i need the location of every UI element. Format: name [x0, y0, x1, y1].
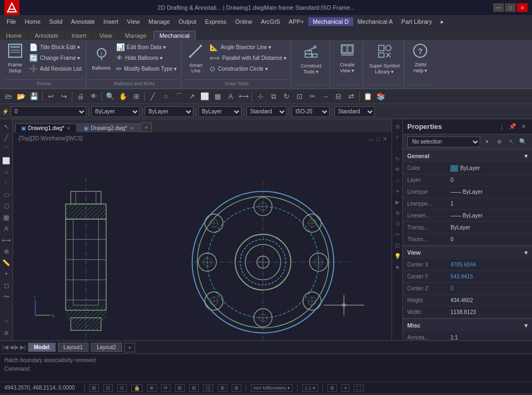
workspace-button[interactable]: ≡	[341, 384, 349, 392]
text-button[interactable]: A	[225, 91, 237, 103]
ribbon-tab-annotate[interactable]: Annotate	[29, 31, 64, 40]
linetype-value[interactable]: —— ByLayer	[450, 189, 528, 195]
ribbon-tab-view[interactable]: View	[93, 31, 118, 40]
view-fly[interactable]: ✈	[393, 186, 402, 196]
add-revision-list-button[interactable]: ➕ Add Revision List	[27, 64, 84, 74]
view-section-header[interactable]: View ▾	[403, 246, 532, 259]
lwt-button[interactable]: ⊞	[189, 384, 199, 392]
menu-more[interactable]: ▸	[436, 17, 448, 26]
close-button[interactable]: ✕	[517, 3, 528, 12]
annotation-monitor-button[interactable]: ⊞	[232, 384, 241, 392]
redo-button[interactable]: ↪	[58, 91, 70, 103]
view-zoom-in[interactable]: +	[393, 132, 402, 142]
angle-bisector-button[interactable]: 📐 Angle Bisector Line ▾	[207, 42, 288, 52]
extend-button[interactable]: →	[319, 91, 331, 103]
menu-view[interactable]: View	[123, 17, 144, 26]
balloons-button[interactable]: 1 Balloons	[90, 42, 113, 74]
undo-button[interactable]: ↩	[45, 91, 57, 103]
tab-nav-next[interactable]: ▶	[15, 344, 19, 351]
left-polygon-button[interactable]: ⬡	[1, 201, 12, 212]
view-look[interactable]: 👁	[393, 165, 402, 174]
ribbon-tab-mechanical[interactable]: Mechanical	[153, 31, 196, 40]
ducs-button[interactable]: ⊞	[175, 384, 185, 392]
pan-button[interactable]: ✋	[117, 91, 129, 103]
fullscreen-button[interactable]: ⛶	[354, 384, 364, 392]
menu-solid[interactable]: Solid	[45, 17, 66, 26]
model-tab[interactable]: Model	[28, 343, 56, 352]
view-sectionplane[interactable]: ◫	[393, 240, 402, 250]
left-circle-button[interactable]: ○	[1, 167, 12, 178]
view-stereo[interactable]: ⊡	[393, 219, 402, 228]
view-lights[interactable]: 💡	[393, 251, 402, 261]
view-zoom-out[interactable]: -	[393, 143, 402, 153]
minimize-button[interactable]: ─	[493, 3, 504, 12]
title-block-edit-button[interactable]: 📄 Title Block Edit ▾	[27, 42, 84, 52]
selection-cycling-button[interactable]: ⊞	[218, 384, 227, 392]
arc-button[interactable]: ⌒	[173, 91, 185, 103]
menu-mechanical-d[interactable]: Mechanical D	[308, 17, 353, 26]
ucs-button[interactable]: ⊹	[1, 316, 12, 326]
tab-nav-first[interactable]: |◀	[2, 344, 8, 351]
add-layout-button[interactable]: +	[124, 343, 135, 352]
canvas-minimize[interactable]: —	[368, 135, 374, 142]
view-orbit[interactable]: ↻	[393, 154, 402, 164]
left-hatch-button[interactable]: ▦	[1, 212, 12, 223]
menu-annotate[interactable]: Annotate	[67, 17, 99, 26]
grid-button[interactable]: ⊞	[89, 384, 99, 392]
left-dim-button[interactable]: ⟷	[1, 235, 12, 246]
view-materials[interactable]: ◈	[393, 262, 402, 271]
canvas-close[interactable]: ✕	[382, 135, 387, 142]
hide-balloons-button[interactable]: 👁 Hide Balloons ▾	[114, 53, 179, 63]
units-button[interactable]: mm Millimeters ▾	[251, 384, 293, 392]
selection-dropdown[interactable]: No selection	[407, 137, 480, 147]
left-poly-button[interactable]: ⌒	[1, 144, 12, 155]
polar-button[interactable]: 🔒	[131, 384, 143, 392]
offset-button[interactable]: ⊟	[332, 91, 344, 103]
mirror-button[interactable]: ⇄	[345, 91, 357, 103]
preview-button[interactable]: 👁	[87, 91, 99, 103]
drawing-tab-2[interactable]: ▣ Drawing2.dwg* ✕	[78, 124, 139, 132]
super-symbol-button[interactable]: Super SymbolLibrary ▾	[367, 42, 402, 76]
scale-button[interactable]: ⊡	[293, 91, 305, 103]
rectangle-button[interactable]: ⬜	[199, 91, 211, 103]
left-line-button[interactable]: ╱	[1, 133, 12, 144]
transparency-status-button[interactable]: ◫	[203, 384, 213, 392]
dim-button[interactable]: ⟷	[238, 91, 250, 103]
open-button[interactable]: 📂	[15, 91, 27, 103]
copy-button[interactable]: ⧉	[267, 91, 279, 103]
layer-select[interactable]: 0	[11, 106, 86, 117]
ribbon-tab-insert[interactable]: Insert	[65, 31, 92, 40]
drawing-tab-1[interactable]: ▣ Drawing1.dwg* ✕	[15, 124, 77, 132]
view-3dsnap[interactable]: ⊕	[393, 208, 402, 217]
menu-manage[interactable]: Manage	[144, 17, 174, 26]
annotation-value[interactable]: 1:1	[450, 335, 528, 340]
center-z-value[interactable]: 0	[450, 285, 528, 291]
trim-button[interactable]: ✂	[306, 91, 318, 103]
standard2-select[interactable]: Standard	[334, 106, 375, 117]
center-y-value[interactable]: 543.9415	[450, 274, 528, 280]
linetype-scale-value[interactable]: 1	[450, 201, 528, 207]
osnap-button[interactable]: ⊕	[147, 384, 157, 392]
drawing1-close[interactable]: ✕	[66, 126, 71, 131]
menu-arcgis[interactable]: ArcGIS	[257, 17, 284, 26]
left-snap-button[interactable]: ⊕	[1, 246, 12, 257]
edit-bom-button[interactable]: 📊 Edit Bom Data ▾	[114, 42, 179, 52]
menu-app[interactable]: APP+	[285, 17, 308, 26]
left-spline-button[interactable]: 〜	[1, 291, 12, 302]
view-showmotion[interactable]: ▶	[393, 197, 402, 207]
layer-row-value[interactable]: 0	[450, 177, 528, 183]
menu-home[interactable]: Home	[21, 17, 45, 26]
left-rect-button[interactable]: ⬜	[1, 155, 12, 166]
color-value[interactable]: ByLayer	[450, 165, 528, 172]
maximize-button[interactable]: □	[505, 3, 516, 12]
construction-circle-button[interactable]: ⊙ Construction Circle ▾	[207, 64, 288, 74]
left-region-button[interactable]: ◻	[1, 280, 12, 291]
drawing-canvas[interactable]: -[Top][2D Wireframe][WCS] — □ ✕	[13, 132, 392, 340]
selection-qselect-button[interactable]: 🔍	[518, 137, 528, 147]
view-cube-button[interactable]: ⊞	[1, 328, 12, 338]
tab-nav-last[interactable]: ▶|	[20, 344, 26, 351]
zwm-help-button[interactable]: ? ZWMHelp ▾	[409, 42, 431, 75]
properties-toggle-button[interactable]: ↕	[497, 122, 506, 131]
iso-select[interactable]: ISO-25	[292, 106, 329, 117]
selection-pickadd-button[interactable]: ⊕	[494, 137, 504, 147]
